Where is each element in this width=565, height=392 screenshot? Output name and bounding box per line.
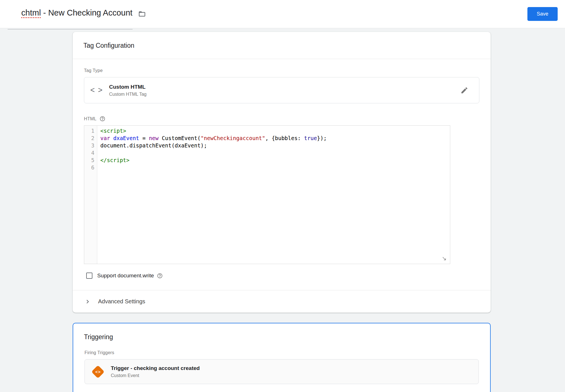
- html-field-label: HTML: [84, 116, 96, 121]
- code-gutter: 123456: [84, 126, 97, 264]
- html-help-icon[interactable]: [99, 116, 105, 122]
- code-line: [100, 149, 450, 156]
- trigger-name: Trigger - checking account created: [111, 365, 479, 371]
- folder-icon[interactable]: [138, 10, 146, 18]
- support-document-write-help-icon[interactable]: [157, 273, 163, 279]
- support-document-write-checkbox[interactable]: [86, 273, 92, 279]
- save-button[interactable]: Save: [527, 7, 558, 21]
- code-line-number: 3: [84, 142, 94, 149]
- code-line-number: 6: [84, 164, 94, 171]
- html-code-editor[interactable]: 123456 <script>var dxaEvent = new Custom…: [84, 125, 450, 264]
- code-brackets-icon: < >: [84, 86, 109, 95]
- resize-handle-icon[interactable]: [441, 256, 447, 262]
- code-line-number: 1: [84, 127, 94, 134]
- advanced-settings-toggle[interactable]: Advanced Settings: [73, 290, 491, 313]
- code-line: <script>: [100, 127, 450, 134]
- tag-configuration-title: Tag Configuration: [73, 32, 491, 59]
- tag-type-selector[interactable]: < > Custom HTML Custom HTML Tag: [84, 77, 479, 103]
- code-line-number: 5: [84, 156, 94, 164]
- triggering-card: Triggering Firing Triggers <> Trigger - …: [73, 323, 491, 392]
- tag-type-description: Custom HTML Tag: [109, 92, 460, 97]
- code-line: [100, 164, 450, 171]
- code-line: </script>: [100, 156, 450, 164]
- pencil-icon: [460, 86, 468, 94]
- code-line: document.dispatchEvent(dxaEvent);: [100, 142, 450, 149]
- firing-triggers-label: Firing Triggers: [85, 350, 479, 355]
- tag-type-label: Tag Type: [84, 68, 479, 73]
- code-line-number: 2: [84, 134, 94, 142]
- tag-type-name: Custom HTML: [109, 84, 460, 90]
- triggering-title: Triggering: [73, 323, 490, 350]
- support-document-write-label: Support document.write: [97, 273, 154, 279]
- advanced-settings-label: Advanced Settings: [98, 298, 145, 305]
- tag-configuration-card: Tag Configuration Tag Type < > Custom HT…: [73, 32, 491, 313]
- tag-name-input[interactable]: chtml - New Checking Account: [8, 0, 133, 29]
- chevron-right-icon: [84, 298, 91, 305]
- code-line-number: 4: [84, 149, 94, 156]
- tag-name-misspelled-word: chtml: [21, 8, 41, 17]
- edit-tag-type-button[interactable]: [460, 86, 468, 94]
- custom-event-trigger-icon: <>: [91, 365, 105, 378]
- trigger-type: Custom Event: [111, 373, 479, 378]
- code-line: var dxaEvent = new CustomEvent("newCheck…: [100, 134, 450, 142]
- top-bar: chtml - New Checking Account Save: [0, 0, 565, 28]
- firing-trigger-item[interactable]: <> Trigger - checking account created Cu…: [85, 359, 479, 384]
- tag-name-rest: - New Checking Account: [41, 8, 133, 17]
- code-area[interactable]: <script>var dxaEvent = new CustomEvent("…: [97, 126, 450, 264]
